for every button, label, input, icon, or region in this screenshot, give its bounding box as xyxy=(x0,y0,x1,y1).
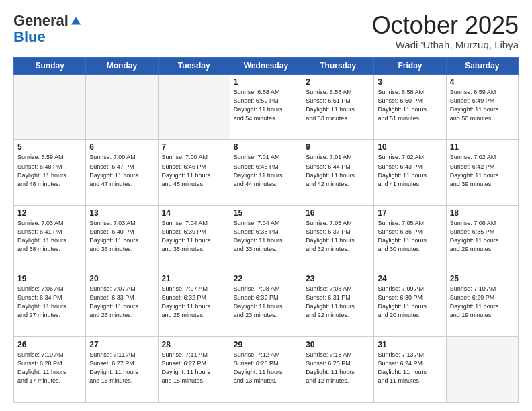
day-number: 29 xyxy=(234,340,298,349)
day-number: 20 xyxy=(89,274,154,283)
day-info: Sunrise: 7:09 AM Sunset: 6:30 PM Dayligh… xyxy=(378,285,442,320)
calendar-cell: 17Sunrise: 7:05 AM Sunset: 6:36 PM Dayli… xyxy=(374,205,446,271)
day-number: 24 xyxy=(378,274,442,283)
day-number: 16 xyxy=(306,208,370,218)
calendar-cell: 16Sunrise: 7:05 AM Sunset: 6:37 PM Dayli… xyxy=(302,205,374,271)
calendar-cell: 13Sunrise: 7:03 AM Sunset: 6:40 PM Dayli… xyxy=(86,205,158,271)
calendar-week-0: 1Sunrise: 6:58 AM Sunset: 6:52 PM Daylig… xyxy=(14,74,519,140)
day-info: Sunrise: 7:11 AM Sunset: 6:27 PM Dayligh… xyxy=(162,351,226,385)
calendar-cell: 3Sunrise: 6:58 AM Sunset: 6:50 PM Daylig… xyxy=(374,74,446,140)
day-number: 18 xyxy=(450,208,515,218)
day-info: Sunrise: 7:05 AM Sunset: 6:37 PM Dayligh… xyxy=(306,219,370,254)
calendar-week-2: 12Sunrise: 7:03 AM Sunset: 6:41 PM Dayli… xyxy=(14,205,519,271)
day-number: 21 xyxy=(162,274,226,283)
calendar-cell: 5Sunrise: 6:59 AM Sunset: 6:48 PM Daylig… xyxy=(14,140,86,205)
day-info: Sunrise: 7:00 AM Sunset: 6:47 PM Dayligh… xyxy=(89,153,154,188)
calendar-cell: 27Sunrise: 7:11 AM Sunset: 6:27 PM Dayli… xyxy=(86,337,158,403)
calendar-cell xyxy=(158,74,230,140)
col-thursday: Thursday xyxy=(302,57,374,74)
calendar-week-3: 19Sunrise: 7:06 AM Sunset: 6:34 PM Dayli… xyxy=(14,271,519,337)
calendar-table: Sunday Monday Tuesday Wednesday Thursday… xyxy=(13,57,519,403)
day-info: Sunrise: 7:04 AM Sunset: 6:38 PM Dayligh… xyxy=(234,219,298,254)
day-number: 12 xyxy=(17,208,82,218)
logo: General Blue xyxy=(13,12,82,44)
day-number: 22 xyxy=(234,274,298,283)
col-monday: Monday xyxy=(86,57,158,74)
day-info: Sunrise: 7:10 AM Sunset: 6:28 PM Dayligh… xyxy=(17,351,82,385)
day-number: 19 xyxy=(17,274,82,283)
day-number: 11 xyxy=(450,142,515,152)
calendar-cell: 21Sunrise: 7:07 AM Sunset: 6:32 PM Dayli… xyxy=(158,271,230,337)
day-info: Sunrise: 7:00 AM Sunset: 6:46 PM Dayligh… xyxy=(162,153,226,188)
calendar-cell: 9Sunrise: 7:01 AM Sunset: 6:44 PM Daylig… xyxy=(302,140,374,205)
day-number: 23 xyxy=(306,274,370,283)
day-number: 9 xyxy=(306,142,370,152)
title-block: October 2025 Wadi 'Utbah, Murzuq, Libya xyxy=(372,12,519,50)
day-info: Sunrise: 6:58 AM Sunset: 6:51 PM Dayligh… xyxy=(306,88,370,123)
logo-general: General xyxy=(13,12,69,30)
day-number: 17 xyxy=(378,208,442,218)
calendar-cell: 11Sunrise: 7:02 AM Sunset: 6:42 PM Dayli… xyxy=(446,140,518,205)
day-number: 26 xyxy=(17,340,82,349)
col-tuesday: Tuesday xyxy=(158,57,230,74)
day-number: 13 xyxy=(89,208,154,218)
calendar-week-1: 5Sunrise: 6:59 AM Sunset: 6:48 PM Daylig… xyxy=(14,140,519,205)
calendar-cell: 6Sunrise: 7:00 AM Sunset: 6:47 PM Daylig… xyxy=(86,140,158,205)
location: Wadi 'Utbah, Murzuq, Libya xyxy=(372,39,519,50)
calendar-cell: 10Sunrise: 7:02 AM Sunset: 6:43 PM Dayli… xyxy=(374,140,446,205)
day-info: Sunrise: 7:08 AM Sunset: 6:31 PM Dayligh… xyxy=(306,285,370,320)
calendar-cell: 29Sunrise: 7:12 AM Sunset: 6:26 PM Dayli… xyxy=(230,337,302,403)
col-saturday: Saturday xyxy=(446,57,518,74)
calendar-cell: 18Sunrise: 7:06 AM Sunset: 6:35 PM Dayli… xyxy=(446,205,518,271)
calendar-cell: 14Sunrise: 7:04 AM Sunset: 6:39 PM Dayli… xyxy=(158,205,230,271)
calendar-cell: 8Sunrise: 7:01 AM Sunset: 6:45 PM Daylig… xyxy=(230,140,302,205)
calendar-cell: 1Sunrise: 6:58 AM Sunset: 6:52 PM Daylig… xyxy=(230,74,302,140)
day-number: 2 xyxy=(306,77,370,87)
day-info: Sunrise: 7:08 AM Sunset: 6:32 PM Dayligh… xyxy=(234,285,298,320)
day-info: Sunrise: 7:07 AM Sunset: 6:32 PM Dayligh… xyxy=(162,285,226,320)
day-info: Sunrise: 7:02 AM Sunset: 6:43 PM Dayligh… xyxy=(378,153,442,188)
day-info: Sunrise: 7:11 AM Sunset: 6:27 PM Dayligh… xyxy=(89,351,154,385)
calendar-cell: 22Sunrise: 7:08 AM Sunset: 6:32 PM Dayli… xyxy=(230,271,302,337)
calendar-cell: 23Sunrise: 7:08 AM Sunset: 6:31 PM Dayli… xyxy=(302,271,374,337)
calendar-cell xyxy=(446,337,518,403)
day-info: Sunrise: 7:13 AM Sunset: 6:25 PM Dayligh… xyxy=(306,351,370,385)
calendar-cell: 25Sunrise: 7:10 AM Sunset: 6:29 PM Dayli… xyxy=(446,271,518,337)
calendar-cell: 4Sunrise: 6:59 AM Sunset: 6:49 PM Daylig… xyxy=(446,74,518,140)
calendar-cell xyxy=(14,74,86,140)
month-title: October 2025 xyxy=(372,12,519,39)
page: General Blue October 2025 Wadi 'Utbah, M… xyxy=(0,0,532,411)
calendar-cell: 12Sunrise: 7:03 AM Sunset: 6:41 PM Dayli… xyxy=(14,205,86,271)
day-number: 25 xyxy=(450,274,515,283)
calendar-cell: 31Sunrise: 7:13 AM Sunset: 6:24 PM Dayli… xyxy=(374,337,446,403)
day-info: Sunrise: 6:59 AM Sunset: 6:48 PM Dayligh… xyxy=(17,153,82,188)
col-friday: Friday xyxy=(374,57,446,74)
day-number: 15 xyxy=(234,208,298,218)
day-info: Sunrise: 7:06 AM Sunset: 6:35 PM Dayligh… xyxy=(450,219,515,254)
day-info: Sunrise: 7:07 AM Sunset: 6:33 PM Dayligh… xyxy=(89,285,154,320)
logo-blue: Blue xyxy=(13,28,46,45)
calendar-cell: 7Sunrise: 7:00 AM Sunset: 6:46 PM Daylig… xyxy=(158,140,230,205)
day-info: Sunrise: 7:13 AM Sunset: 6:24 PM Dayligh… xyxy=(378,351,442,385)
day-info: Sunrise: 6:58 AM Sunset: 6:52 PM Dayligh… xyxy=(234,88,298,123)
calendar-cell: 28Sunrise: 7:11 AM Sunset: 6:27 PM Dayli… xyxy=(158,337,230,403)
day-number: 31 xyxy=(378,340,442,349)
day-number: 4 xyxy=(450,77,515,87)
calendar-cell: 15Sunrise: 7:04 AM Sunset: 6:38 PM Dayli… xyxy=(230,205,302,271)
day-info: Sunrise: 7:01 AM Sunset: 6:45 PM Dayligh… xyxy=(234,153,298,188)
calendar-cell: 26Sunrise: 7:10 AM Sunset: 6:28 PM Dayli… xyxy=(14,337,86,403)
calendar-cell: 2Sunrise: 6:58 AM Sunset: 6:51 PM Daylig… xyxy=(302,74,374,140)
day-number: 10 xyxy=(378,142,442,152)
day-info: Sunrise: 7:06 AM Sunset: 6:34 PM Dayligh… xyxy=(17,285,82,320)
header: General Blue October 2025 Wadi 'Utbah, M… xyxy=(13,12,519,50)
day-number: 28 xyxy=(162,340,226,349)
calendar-cell: 19Sunrise: 7:06 AM Sunset: 6:34 PM Dayli… xyxy=(14,271,86,337)
day-info: Sunrise: 7:12 AM Sunset: 6:26 PM Dayligh… xyxy=(234,351,298,385)
col-sunday: Sunday xyxy=(14,57,86,74)
day-info: Sunrise: 7:01 AM Sunset: 6:44 PM Dayligh… xyxy=(306,153,370,188)
day-number: 14 xyxy=(162,208,226,218)
day-info: Sunrise: 7:03 AM Sunset: 6:40 PM Dayligh… xyxy=(89,219,154,254)
calendar-header-row: Sunday Monday Tuesday Wednesday Thursday… xyxy=(14,57,519,74)
day-number: 27 xyxy=(89,340,154,349)
day-number: 7 xyxy=(162,142,226,152)
